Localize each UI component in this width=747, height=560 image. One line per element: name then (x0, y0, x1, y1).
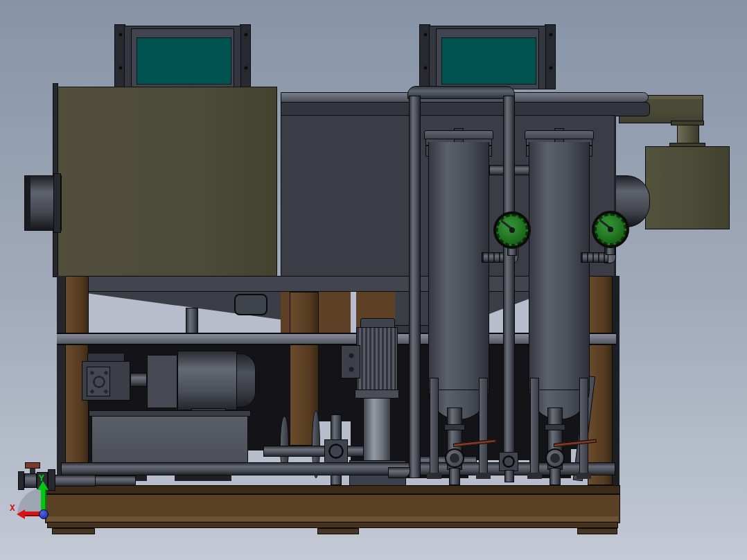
pipe-riser-left[interactable] (409, 96, 421, 478)
screen-flange-right (240, 24, 251, 89)
hopper-box-right[interactable] (645, 146, 730, 229)
pipe-riser-center[interactable] (503, 96, 515, 453)
gauge-hub (608, 227, 613, 232)
frame-edge-right (613, 276, 619, 485)
filter-vessel-1[interactable] (424, 130, 493, 485)
cad-viewport[interactable]: Y X (0, 0, 747, 560)
gearbox-face (87, 367, 110, 396)
drain-outlet (550, 468, 561, 485)
pressure-gauge-1[interactable] (493, 211, 531, 249)
leg-foot (476, 473, 491, 479)
inspection-window-left[interactable] (234, 294, 267, 315)
skid-top-rail (45, 485, 620, 494)
skid-foot (317, 528, 359, 534)
skid-edge-highlight (47, 516, 618, 521)
skid-bottom-lip (47, 522, 618, 528)
vertical-pump-column[interactable] (363, 398, 391, 462)
feed-box-left[interactable] (57, 87, 277, 277)
triad-origin-dot (39, 509, 49, 519)
frame-edge-left (57, 276, 65, 485)
control-screen-left[interactable] (114, 24, 251, 89)
pipe-top-horizontal[interactable] (407, 86, 515, 99)
pump-junction-box[interactable] (341, 345, 360, 378)
pump-flange-block[interactable] (147, 355, 177, 408)
axis-x-label: X (10, 503, 15, 512)
vertical-pump-motor[interactable] (356, 327, 398, 391)
valve-inner (450, 453, 459, 463)
control-screen-right[interactable] (419, 24, 556, 89)
coupling-shaft (130, 373, 147, 387)
motor-body[interactable] (177, 351, 237, 410)
gauge-hose-2 (581, 252, 608, 263)
pressure-gauge-2[interactable] (592, 211, 629, 248)
panel-gap (351, 292, 356, 335)
vessel-leg (479, 378, 488, 477)
drain-flange (444, 424, 465, 430)
vessel-leg (530, 378, 539, 477)
leg-foot (577, 473, 591, 479)
pipe-fitting (499, 452, 518, 471)
axis-y-label: Y (39, 473, 44, 482)
top-beam[interactable] (281, 102, 650, 116)
leg-foot (427, 473, 441, 479)
skid-base[interactable] (45, 494, 620, 523)
orientation-triad[interactable]: Y X (0, 457, 83, 541)
pipe-riser-elbow (388, 467, 410, 478)
drain-outlet (449, 468, 460, 485)
stub-flange (53, 173, 61, 233)
screen-flange-right (545, 24, 556, 89)
skid-foot (577, 528, 617, 534)
vessel-body[interactable] (428, 142, 489, 391)
vertical-pump-cap (360, 318, 395, 328)
arm-post[interactable] (677, 125, 699, 144)
filter-vessel-2[interactable] (525, 130, 594, 485)
motor-end-cap (236, 353, 256, 408)
pipe-fitting-outlet (504, 470, 514, 482)
cross-fitting[interactable] (324, 439, 348, 463)
vessel-leg (430, 378, 439, 477)
vessel-leg (579, 378, 588, 477)
screen-display[interactable] (137, 37, 231, 85)
screen-display[interactable] (441, 37, 536, 85)
valve-inner (550, 453, 560, 463)
gauge-hub (509, 227, 515, 233)
axis-x-arrowhead[interactable] (17, 509, 25, 519)
inlet-stub-left[interactable] (24, 175, 62, 231)
stub-end-cap (25, 176, 30, 230)
gearbox[interactable] (82, 361, 130, 401)
leg-foot (527, 473, 542, 479)
drain-flange (545, 424, 565, 430)
pipe-horizontal-mid[interactable] (263, 446, 376, 457)
vessel-body[interactable] (529, 142, 590, 391)
